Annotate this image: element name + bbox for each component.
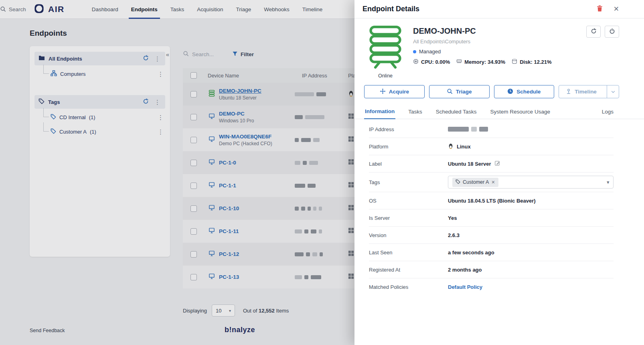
row-checkbox[interactable] — [190, 160, 197, 166]
drawer-header: Endpoint Details ✕ — [354, 0, 644, 18]
brand-name: AIR — [48, 4, 65, 14]
search-icon — [183, 51, 189, 58]
row-checkbox[interactable] — [190, 205, 197, 212]
remove-tag-icon[interactable]: ✕ — [491, 180, 495, 185]
detail-row-tags: Tags Customer A ✕ — [369, 172, 614, 192]
device-name-link[interactable]: PC-1-10 — [219, 205, 239, 211]
nav-item-tasks[interactable]: Tasks — [164, 0, 191, 19]
close-icon[interactable]: ✕ — [614, 5, 619, 13]
row-checkbox[interactable] — [190, 137, 197, 143]
table-row[interactable]: WIN-MAO0E8QNE6F Demo PC (Hacked CFO) — [183, 128, 371, 151]
table-row[interactable]: DEMO-PC Windows 10 Pro — [183, 106, 371, 128]
tab-system-resource-usage[interactable]: System Resource Usage — [490, 109, 551, 119]
detail-label: Version — [369, 232, 448, 238]
nav-item-acquisition[interactable]: Acquisition — [190, 0, 229, 19]
registered-at-value: 2 months ago — [448, 267, 482, 273]
kebab-menu-icon[interactable]: ⋮ — [157, 129, 164, 135]
monitor-icon — [209, 273, 215, 281]
row-checkbox[interactable] — [190, 183, 197, 189]
collapse-panel-icon[interactable]: « — [166, 51, 169, 58]
table-row[interactable]: PC-1-1 — [183, 174, 371, 197]
tag-chip[interactable]: Customer A ✕ — [452, 178, 498, 187]
page-size-select[interactable]: 10 ▾ — [212, 304, 235, 317]
kebab-menu-icon[interactable]: ⋮ — [154, 56, 161, 62]
row-checkbox[interactable] — [190, 251, 197, 258]
nav-item-triage[interactable]: Triage — [230, 0, 258, 19]
schedule-button[interactable]: Schedule — [494, 85, 555, 98]
triage-label: Triage — [456, 89, 472, 95]
tag-icon — [38, 98, 45, 106]
tab-information[interactable]: Information — [364, 108, 395, 119]
tag-icon — [51, 128, 56, 135]
global-search-hint: Search — [9, 6, 26, 12]
timeline-dropdown[interactable] — [607, 85, 619, 98]
kebab-menu-icon[interactable]: ⋮ — [154, 99, 161, 105]
device-name-link[interactable]: PC-1-13 — [219, 274, 239, 280]
refresh-endpoint-button[interactable] — [586, 26, 601, 38]
tree-item-tag-customer-a[interactable]: Customer A (1) ⋮ — [34, 126, 165, 138]
redacted-ip — [295, 275, 345, 279]
select-all-checkbox[interactable] — [190, 72, 197, 79]
device-name-link[interactable]: PC-1-0 — [219, 160, 236, 166]
tree-item-tags[interactable]: Tags ⋮ — [34, 95, 165, 109]
main-menu: Dashboard Endpoints Tasks Acquisition Tr… — [85, 0, 329, 19]
edit-icon[interactable] — [494, 160, 500, 167]
nav-item-timeline[interactable]: Timeline — [296, 0, 329, 19]
tree-label: Tags — [48, 99, 60, 105]
nav-item-endpoints[interactable]: Endpoints — [125, 0, 164, 19]
table-row[interactable]: PC-1-13 — [183, 266, 371, 288]
device-name-link[interactable]: PC-1-11 — [219, 228, 239, 234]
matched-policy-link[interactable]: Default Policy — [448, 284, 482, 290]
kebab-menu-icon[interactable]: ⋮ — [157, 114, 164, 120]
tree-item-all-endpoints[interactable]: All Endpoints ⋮ — [34, 52, 165, 65]
acquire-button[interactable]: Acquire — [364, 85, 425, 98]
device-name-link[interactable]: PC-1-1 — [219, 183, 236, 189]
table-header-row: Device Name IP Address Platform — [183, 68, 371, 83]
air-logo-icon — [34, 3, 45, 16]
table-row[interactable]: DEMO-JOHN-PC Ubuntu 18 Server — [183, 83, 371, 106]
row-checkbox[interactable] — [190, 228, 197, 235]
timeline-button[interactable]: Timeline — [559, 85, 619, 98]
shutdown-endpoint-button[interactable] — [605, 26, 619, 38]
refresh-icon[interactable] — [143, 98, 149, 106]
table-row[interactable]: PC-1-10 — [183, 197, 371, 220]
cpu-icon — [413, 59, 419, 65]
kebab-menu-icon[interactable]: ⋮ — [157, 71, 164, 77]
endpoint-details-drawer: Endpoint Details ✕ — [354, 0, 644, 345]
table-search-input[interactable]: Search... — [183, 51, 214, 58]
row-checkbox[interactable] — [190, 274, 197, 280]
brand[interactable]: AIR — [34, 3, 65, 16]
device-name-link[interactable]: DEMO-PC — [219, 111, 254, 117]
redacted-ip — [295, 115, 345, 119]
table-row[interactable]: PC-1-12 — [183, 243, 371, 266]
computers-sitemap-icon — [51, 70, 57, 77]
tab-scheduled-tasks[interactable]: Scheduled Tasks — [435, 109, 478, 119]
linux-penguin-icon — [448, 143, 454, 150]
column-header-ip[interactable]: IP Address — [295, 73, 345, 79]
send-feedback-link[interactable]: Send Feedback — [30, 328, 65, 333]
monitor-icon — [209, 205, 215, 212]
tab-logs[interactable]: Logs — [601, 109, 614, 119]
column-header-device[interactable]: Device Name — [200, 73, 295, 79]
device-name-link[interactable]: DEMO-JOHN-PC — [219, 88, 261, 94]
detail-label: Matched Policies — [369, 284, 448, 290]
triage-button[interactable]: Triage — [429, 85, 490, 98]
table-row[interactable]: PC-1-0 — [183, 151, 371, 174]
device-name-link[interactable]: PC-1-12 — [219, 251, 239, 257]
row-checkbox[interactable] — [190, 91, 197, 97]
tab-tasks[interactable]: Tasks — [407, 109, 423, 119]
power-icon — [609, 28, 615, 35]
device-name-link[interactable]: WIN-MAO0E8QNE6F — [219, 134, 272, 140]
filter-button[interactable]: Filter — [232, 51, 254, 58]
global-search[interactable]: Search — [0, 0, 26, 19]
tags-select[interactable]: Customer A ✕ ▾ — [448, 176, 614, 189]
table-row[interactable]: PC-1-11 — [183, 220, 371, 243]
tree-item-computers[interactable]: Computers ⋮ — [34, 68, 165, 80]
nav-item-webhooks[interactable]: Webhooks — [257, 0, 296, 19]
delete-endpoint-button[interactable] — [595, 3, 605, 15]
refresh-icon[interactable] — [143, 55, 149, 63]
total-count: 12,552 — [259, 308, 275, 314]
nav-item-dashboard[interactable]: Dashboard — [85, 0, 125, 19]
row-checkbox[interactable] — [190, 114, 197, 120]
tree-item-tag-cd-internal[interactable]: CD Internal (1) ⋮ — [34, 111, 165, 123]
